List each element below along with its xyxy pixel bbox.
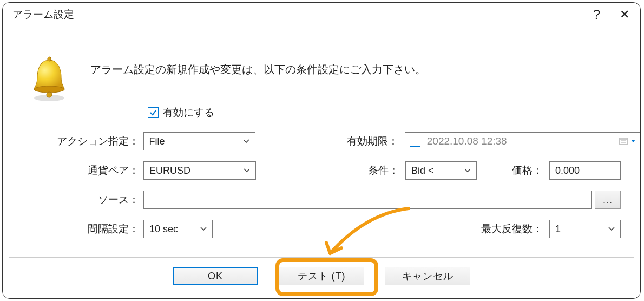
maxrep-label: 最大反復数： xyxy=(466,222,547,236)
price-input[interactable]: 0.000 xyxy=(549,161,621,180)
maxrep-combo[interactable]: 1 xyxy=(549,220,621,238)
price-value: 0.000 xyxy=(555,165,580,176)
chevron-down-icon xyxy=(200,227,207,231)
enable-label: 有効にする xyxy=(163,106,214,120)
maxrep-value: 1 xyxy=(555,224,561,235)
ok-button[interactable]: OK xyxy=(173,267,258,285)
titlebar: アラーム設定 ? ✕ xyxy=(3,3,640,24)
calendar-picker-icon[interactable] xyxy=(619,137,635,146)
close-icon[interactable]: ✕ xyxy=(620,8,629,22)
condition-label: 条件： xyxy=(318,163,403,178)
help-icon[interactable]: ? xyxy=(593,7,600,22)
form-area: 有効にする アクション指定： File 有効期限： 2022.10.08 12:… xyxy=(3,106,640,250)
symbol-combo[interactable]: EURUSD xyxy=(143,161,256,180)
enable-row: 有効にする xyxy=(148,106,640,120)
expiry-label: 有効期限： xyxy=(317,134,403,148)
alarm-settings-dialog: アラーム設定 ? ✕ アラーム設定の新規作成や変更は、以下の条件設定にご入力下さ… xyxy=(2,2,641,299)
svg-point-1 xyxy=(34,86,64,93)
button-bar: OK テスト (T) キャンセル xyxy=(3,267,640,285)
browse-button[interactable]: ... xyxy=(595,191,621,209)
interval-label: 間隔設定： xyxy=(3,222,143,236)
source-label: ソース： xyxy=(3,193,143,207)
chevron-down-icon xyxy=(608,227,615,231)
expiry-field[interactable]: 2022.10.08 12:38 xyxy=(405,132,640,150)
chevron-down-icon xyxy=(243,139,249,143)
cancel-button[interactable]: キャンセル xyxy=(385,267,470,285)
action-value: File xyxy=(149,136,165,147)
expiry-value: 2022.10.08 12:38 xyxy=(427,135,507,147)
interval-combo[interactable]: 10 sec xyxy=(143,220,213,238)
action-combo[interactable]: File xyxy=(143,132,256,150)
svg-rect-3 xyxy=(48,57,51,61)
action-label: アクション指定： xyxy=(3,134,143,148)
condition-combo[interactable]: Bid < xyxy=(405,161,477,180)
source-input[interactable] xyxy=(143,191,592,209)
expiry-checkbox[interactable] xyxy=(410,136,420,147)
svg-point-2 xyxy=(47,92,52,97)
symbol-label: 通貨ペア： xyxy=(3,163,143,178)
svg-rect-5 xyxy=(620,138,627,140)
condition-value: Bid < xyxy=(411,165,434,176)
test-button[interactable]: テスト (T) xyxy=(279,267,364,285)
intro-text: アラーム設定の新規作成や変更は、以下の条件設定にご入力下さい。 xyxy=(90,62,426,77)
price-label: 価格： xyxy=(483,163,547,178)
browse-label: ... xyxy=(603,194,613,206)
dialog-title: アラーム設定 xyxy=(12,8,74,22)
symbol-value: EURUSD xyxy=(149,165,190,176)
window-controls: ? ✕ xyxy=(593,7,629,22)
bell-icon xyxy=(30,56,69,102)
enable-checkbox[interactable] xyxy=(148,107,159,118)
chevron-down-icon xyxy=(244,168,250,173)
chevron-down-icon xyxy=(464,168,471,173)
separator xyxy=(9,257,634,258)
interval-value: 10 sec xyxy=(149,224,178,235)
